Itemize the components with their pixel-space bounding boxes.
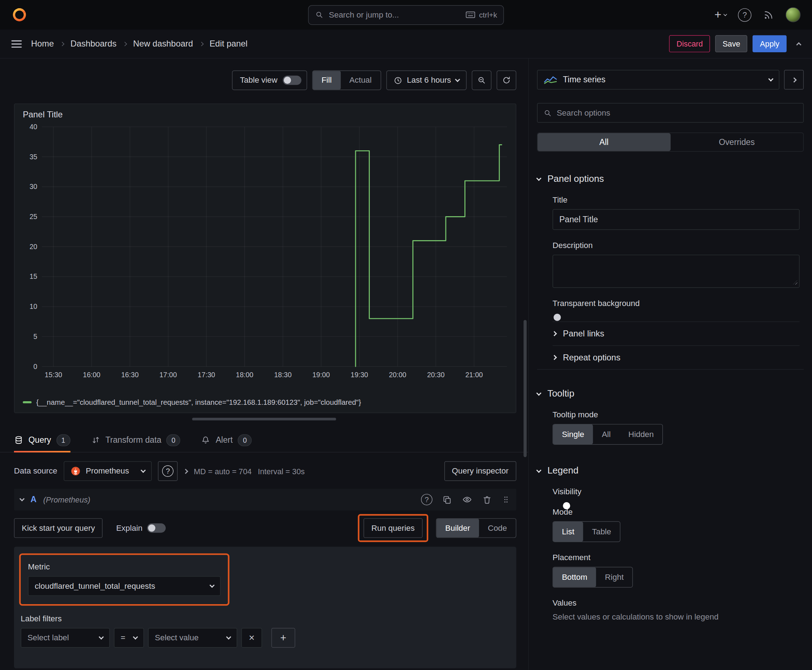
fill-option[interactable]: Fill xyxy=(312,71,341,90)
tooltip-mode-hidden[interactable]: Hidden xyxy=(619,425,662,444)
legend-header[interactable]: Legend xyxy=(537,465,804,476)
panel-title: Panel Title xyxy=(15,104,516,121)
panel-title-input[interactable] xyxy=(553,209,800,230)
svg-text:35: 35 xyxy=(29,153,37,161)
actual-option[interactable]: Actual xyxy=(341,71,381,90)
zoom-out-button[interactable] xyxy=(472,71,492,90)
refresh-button[interactable] xyxy=(497,71,516,90)
panel-links-row[interactable]: Panel links xyxy=(553,321,800,345)
kick-start-button[interactable]: Kick start your query xyxy=(14,518,103,538)
breadcrumb: Home Dashboards New dashboard Edit panel xyxy=(31,39,248,48)
explain-toggle[interactable] xyxy=(147,523,166,533)
placement-bottom[interactable]: Bottom xyxy=(553,567,596,587)
avatar[interactable] xyxy=(785,7,800,22)
tab-overrides[interactable]: Overrides xyxy=(670,133,803,151)
description-wrapper xyxy=(553,255,800,288)
grafana-logo[interactable] xyxy=(12,7,27,23)
select-value-dropdown[interactable]: Select value xyxy=(148,628,237,648)
svg-text:17:00: 17:00 xyxy=(159,371,177,379)
label-filters-row: Select label = Select value × + xyxy=(21,628,509,648)
svg-text:5: 5 xyxy=(33,333,37,340)
panel-links-label: Panel links xyxy=(563,328,604,338)
time-range-picker[interactable]: Last 6 hours xyxy=(387,71,467,90)
edit-panel-content: Table view Fill Actual Last 6 hours xyxy=(0,58,812,670)
chevron-down-icon xyxy=(209,583,214,588)
drag-handle-icon[interactable] xyxy=(502,494,510,505)
hide-response-eye-icon[interactable] xyxy=(462,494,472,505)
transform-icon xyxy=(91,435,100,445)
tab-all[interactable]: All xyxy=(537,133,670,151)
operator-dropdown[interactable]: = xyxy=(114,628,144,648)
legend-mode-label: Mode xyxy=(553,508,800,517)
legend-series-swatch xyxy=(23,401,32,403)
chevron-right-icon xyxy=(60,42,64,46)
breadcrumb-dashboards[interactable]: Dashboards xyxy=(71,39,117,48)
help-icon[interactable]: ? xyxy=(738,8,751,22)
datasource-name: Prometheus xyxy=(86,466,129,475)
metric-select[interactable]: cloudflared_tunnel_total_requests xyxy=(28,576,220,596)
legend-mode-list[interactable]: List xyxy=(553,522,583,541)
pane-resize-handle[interactable] xyxy=(192,418,336,420)
svg-text:18:30: 18:30 xyxy=(274,371,292,379)
trash-icon[interactable] xyxy=(482,495,492,504)
datasource-help-button[interactable]: ? xyxy=(158,461,178,481)
left-pane-scrollbar[interactable] xyxy=(524,320,527,457)
tooltip-mode-single[interactable]: Single xyxy=(553,425,593,444)
repeat-options-row[interactable]: Repeat options xyxy=(553,345,800,369)
values-help-text: Select values or calculations to show in… xyxy=(553,612,800,622)
transparent-background-label: Transparent background xyxy=(553,299,800,308)
tab-transform-data[interactable]: Transform data 0 xyxy=(91,428,180,452)
collapse-header-button[interactable] xyxy=(797,41,800,47)
panel-toolbar: Table view Fill Actual Last 6 hours xyxy=(14,71,516,90)
code-option[interactable]: Code xyxy=(479,519,516,537)
transform-count-badge: 0 xyxy=(166,434,180,446)
table-view-toggle[interactable] xyxy=(283,76,301,85)
collapse-query-icon[interactable] xyxy=(19,496,24,501)
options-search-input[interactable] xyxy=(557,108,798,117)
search-input[interactable] xyxy=(329,10,460,19)
chevron-down-icon xyxy=(536,467,541,472)
remove-filter-button[interactable]: × xyxy=(241,628,262,648)
save-button[interactable]: Save xyxy=(715,35,748,52)
description-textarea[interactable] xyxy=(553,255,800,288)
chart-canvas: 051015202530354015:3016:0016:3017:0017:3… xyxy=(19,121,511,382)
chart-legend[interactable]: {__name__="cloudflared_tunnel_total_requ… xyxy=(15,395,516,413)
visualization-picker[interactable]: Time series xyxy=(537,70,780,90)
query-inspector-button[interactable]: Query inspector xyxy=(444,461,516,481)
chevron-right-icon xyxy=(122,42,127,46)
visualization-row: Time series xyxy=(537,70,804,90)
toggle-viz-picker-button[interactable] xyxy=(784,70,804,90)
builder-option[interactable]: Builder xyxy=(436,519,479,537)
tab-alert[interactable]: Alert 0 xyxy=(201,428,252,452)
apply-button[interactable]: Apply xyxy=(753,35,787,52)
add-button[interactable]: + xyxy=(714,8,726,22)
run-queries-button[interactable]: Run queries xyxy=(364,518,422,538)
legend-series-label: {__name__="cloudflared_tunnel_total_requ… xyxy=(36,398,361,406)
discard-button[interactable]: Discard xyxy=(669,35,710,52)
search-bar[interactable]: ctrl+k xyxy=(308,5,504,25)
legend-mode-table[interactable]: Table xyxy=(583,522,620,541)
add-filter-button[interactable]: + xyxy=(271,628,295,648)
query-help-icon[interactable]: ? xyxy=(421,494,432,505)
select-label-dropdown[interactable]: Select label xyxy=(21,628,110,648)
tooltip-mode-all[interactable]: All xyxy=(593,425,619,444)
shortcut-hint: ctrl+k xyxy=(465,11,497,19)
metric-field-highlight: Metric cloudflared_tunnel_total_requests xyxy=(19,553,229,606)
stats-max-data-points: MD = auto = 704 xyxy=(194,467,252,475)
svg-text:19:00: 19:00 xyxy=(312,371,330,379)
news-rss-icon[interactable] xyxy=(763,9,775,20)
options-search[interactable] xyxy=(537,103,804,123)
menu-toggle[interactable] xyxy=(12,40,22,47)
panel-options-header[interactable]: Panel options xyxy=(537,174,804,184)
breadcrumb-new-dashboard[interactable]: New dashboard xyxy=(133,39,193,48)
editor-tabs: Query 1 Transform data 0 Alert 0 xyxy=(0,428,528,452)
datasource-picker[interactable]: Prometheus xyxy=(63,461,152,481)
expand-options-icon[interactable] xyxy=(183,469,188,474)
tooltip-mode-label: Tooltip mode xyxy=(553,410,800,420)
tab-query[interactable]: Query 1 xyxy=(14,428,70,452)
duplicate-icon[interactable] xyxy=(442,495,452,504)
svg-text:25: 25 xyxy=(29,213,37,220)
tooltip-header[interactable]: Tooltip xyxy=(537,388,804,399)
breadcrumb-home[interactable]: Home xyxy=(31,39,54,48)
placement-right[interactable]: Right xyxy=(596,567,632,587)
